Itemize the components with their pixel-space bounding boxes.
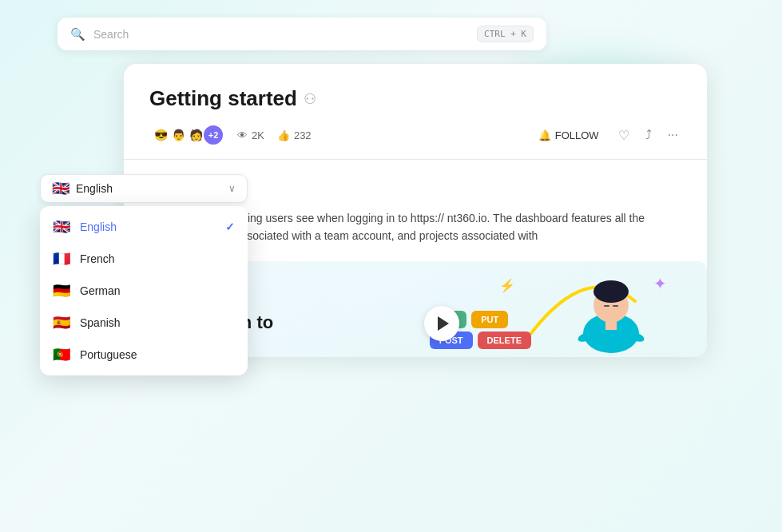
views-count: 2K (252, 129, 264, 141)
lang-option-german[interactable]: 🇩🇪 German (40, 275, 248, 307)
svg-rect-5 (605, 320, 617, 330)
link-icon[interactable]: ⚇ (304, 90, 316, 108)
meta-actions: 🔔 FOLLOW ♡ ⤴ ··· (532, 125, 681, 146)
spanish-label: Spanish (80, 316, 235, 329)
likes-stat: 👍 232 (277, 129, 312, 141)
api-put-button[interactable]: PUT (471, 311, 508, 328)
likes-count: 232 (294, 129, 312, 141)
star-decoration: ✦ (653, 274, 667, 293)
search-placeholder: Search (93, 28, 469, 41)
play-button[interactable] (424, 306, 459, 341)
play-icon (438, 316, 449, 331)
more-icon[interactable]: ··· (665, 125, 681, 145)
page-title-row: Getting started ⚇ (149, 86, 681, 111)
lang-option-spanish[interactable]: 🇪🇸 Spanish (40, 307, 248, 339)
avatars: 😎 👨 🧑 +2 (149, 124, 224, 146)
lang-option-english[interactable]: 🇬🇧 English ✓ (40, 211, 248, 243)
language-dropdown: 🇬🇧 English ✓ 🇫🇷 French 🇩🇪 German 🇪🇸 Span… (40, 206, 248, 375)
english-flag: 🇬🇧 (53, 220, 70, 234)
lang-option-french[interactable]: 🇫🇷 French (40, 243, 248, 275)
meta-row: 😎 👨 🧑 +2 👁 2K 👍 232 🔔 FOLLOW ♡ ⤴ · (149, 124, 681, 146)
language-selector-container: 🇬🇧 English ∨ 🇬🇧 English ✓ 🇫🇷 French 🇩🇪 G… (40, 174, 248, 375)
german-label: German (80, 284, 235, 297)
english-label: English (80, 220, 216, 233)
french-flag: 🇫🇷 (53, 252, 70, 266)
search-bar: 🔍 Search CTRL + K (58, 18, 546, 50)
selected-flag: 🇬🇧 (52, 181, 69, 196)
lang-option-portuguese[interactable]: 🇵🇹 Portuguese (40, 339, 248, 371)
chevron-down-icon: ∨ (228, 183, 236, 194)
page-title: Getting started (149, 86, 297, 111)
follow-button[interactable]: 🔔 FOLLOW (532, 126, 605, 145)
search-icon: 🔍 (70, 27, 85, 42)
lightning-decoration: ⚡ (499, 278, 515, 293)
check-icon: ✓ (225, 220, 235, 233)
divider (124, 159, 707, 160)
language-trigger[interactable]: 🇬🇧 English ∨ (40, 174, 248, 203)
outer-container: 🔍 Search CTRL + K Getting started ⚇ 😎 👨 … (0, 0, 782, 532)
views-stat: 👁 2K (237, 129, 264, 141)
bell-icon: 🔔 (538, 129, 551, 141)
avatar-plus: +2 (202, 124, 224, 146)
share-icon[interactable]: ⤴ (642, 125, 655, 145)
portuguese-label: Portuguese (80, 348, 235, 361)
likes-icon: 👍 (277, 129, 290, 141)
svg-point-2 (593, 280, 629, 303)
views-icon: 👁 (237, 129, 248, 141)
follow-label: FOLLOW (555, 129, 599, 141)
german-flag: 🇩🇪 (53, 284, 70, 298)
spanish-flag: 🇪🇸 (53, 316, 70, 330)
portuguese-flag: 🇵🇹 (53, 347, 70, 362)
french-label: French (80, 252, 235, 265)
heart-icon[interactable]: ♡ (615, 125, 633, 146)
search-shortcut: CTRL + K (477, 26, 534, 42)
selected-language-label: English (76, 182, 222, 195)
api-delete-button[interactable]: DELETE (478, 332, 531, 349)
